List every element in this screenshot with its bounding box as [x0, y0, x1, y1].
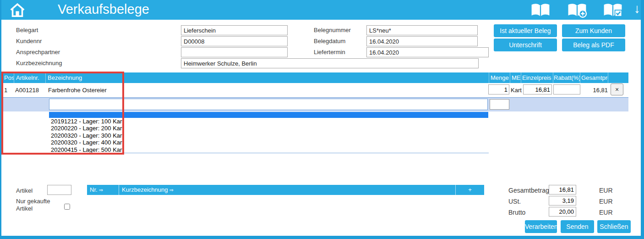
header-menge: Menge — [489, 72, 510, 83]
header-actions — [608, 72, 628, 83]
ansprechpartner-label: Ansprechpartner — [16, 49, 60, 56]
liefertermin-label: Liefertermin — [314, 49, 345, 56]
page-title: Verkaufsbelege — [58, 2, 149, 17]
belegart-label: Belegart — [16, 27, 38, 33]
senden-button[interactable]: Senden — [561, 220, 594, 233]
sort-icon: ⇒ — [169, 187, 173, 193]
brutto-value[interactable] — [549, 207, 576, 217]
brutto-currency: EUR — [599, 209, 613, 216]
schliessen-button[interactable]: Schließen — [597, 220, 631, 233]
dropdown-option[interactable]: 20200320 - Lager: 400 Kart — [49, 139, 124, 146]
ust-value[interactable] — [549, 196, 576, 206]
row-menge-input[interactable] — [488, 84, 509, 94]
ust-currency: EUR — [599, 198, 613, 205]
gesamtbetrag-value[interactable] — [549, 185, 576, 195]
row-bezeichnung: Farbenfrohe Ostereier — [48, 87, 107, 94]
topbar: Verkaufsbelege ↓ — [0, 0, 644, 20]
dropdown-option-selected-empty[interactable] — [49, 112, 488, 118]
dropdown-option[interactable]: 20200415 - Lager: 500 Kart — [49, 146, 124, 153]
kurzbezeichnung-label: Kurzbezeichnung — [16, 60, 62, 67]
row-rabatt-input[interactable] — [553, 84, 580, 94]
liefertermin-input[interactable] — [366, 47, 489, 57]
row-gesamtpreis: 16,81 — [580, 87, 608, 94]
row-pos: 1 — [4, 87, 7, 94]
verkaufsbelege-window: Verkaufsbelege ↓ Belegar — [0, 0, 644, 239]
header-me: ME — [510, 72, 521, 83]
open-document-book-icon[interactable] — [530, 2, 551, 18]
header-rabatt: Rabatt(%) — [553, 72, 580, 83]
download-arrow-icon[interactable]: ↓ — [634, 1, 640, 16]
artikel-label: Artikel — [16, 187, 33, 194]
header-bezeichnung: Bezeichnung — [46, 72, 489, 83]
article-results-header: Nr.⇒ Kurzbezeichnung⇒ + — [87, 185, 484, 195]
add-article-button[interactable]: + — [456, 185, 484, 195]
header-kurzbezeichnung-sortable[interactable]: Kurzbezeichnung⇒ — [119, 185, 456, 195]
artikel-search-input[interactable] — [47, 185, 71, 195]
home-icon[interactable] — [9, 2, 26, 18]
charge-dropdown-list: 20191212 - Lager: 100 Kart 20200220 - La… — [2, 111, 489, 153]
belegdatum-label: Belegdatum — [314, 38, 345, 44]
row-me: Kart — [511, 87, 522, 94]
belegart-input[interactable] — [181, 25, 288, 35]
new-document-book-plus-icon[interactable] — [567, 2, 587, 18]
new-item-menge-input[interactable] — [490, 99, 509, 110]
row-einzelpreis-input[interactable] — [523, 84, 552, 94]
header-nr-sortable[interactable]: Nr.⇒ — [87, 185, 119, 195]
header-artikelnr: Artikelnr. — [14, 72, 46, 83]
belegnummer-label: Belegnummer — [314, 27, 351, 33]
header-einzelpreis: Einzelpreis — [521, 72, 553, 83]
belegdatum-input[interactable] — [366, 36, 478, 46]
select-document-book-check-icon[interactable] — [603, 2, 623, 18]
nur-gekaufte-artikel-label: Nur gekaufte Artikel — [16, 198, 58, 212]
delete-row-button[interactable]: × — [611, 83, 623, 95]
kundennr-input[interactable] — [181, 36, 288, 46]
header-gesamtpreis: Gesamtpreis — [580, 72, 608, 83]
ist-aktueller-beleg-button[interactable]: Ist aktueller Beleg — [494, 24, 557, 37]
verarbeiten-button[interactable]: Verarbeiten — [525, 220, 557, 233]
gesamtbetrag-label: Gesamtbetrag — [508, 187, 549, 194]
items-table-header: Pos Artikelnr. Bezeichnung Menge ME Einz… — [2, 72, 628, 83]
dropdown-option[interactable]: 20200320 - Lager: 300 Kart — [49, 132, 124, 139]
gesamtbetrag-currency: EUR — [599, 187, 613, 194]
zum-kunden-button[interactable]: Zum Kunden — [562, 24, 625, 37]
ansprechpartner-input[interactable] — [181, 47, 288, 57]
nur-gekaufte-artikel-checkbox[interactable] — [64, 204, 70, 210]
ust-label: USt. — [508, 198, 521, 205]
belegnummer-input[interactable] — [366, 25, 478, 35]
header-pos: Pos — [2, 72, 14, 83]
sort-icon: ⇒ — [99, 187, 103, 193]
dropdown-options: 20191212 - Lager: 100 Kart 20200220 - La… — [49, 118, 124, 153]
new-item-bezeichnung-input[interactable] — [49, 99, 488, 110]
kurzbezeichnung-input[interactable] — [181, 58, 479, 68]
beleg-als-pdf-button[interactable]: Beleg als PDF — [562, 39, 625, 51]
brutto-label: Brutto — [508, 209, 525, 216]
row-artikelnr: A001218 — [15, 87, 39, 94]
dropdown-option[interactable]: 20200220 - Lager: 200 Kart — [49, 125, 124, 132]
kundennr-label: Kundennr — [16, 38, 42, 44]
kurzbezeichnung-header-label: Kurzbezeichnung — [122, 186, 168, 193]
nr-header-label: Nr. — [90, 186, 98, 193]
unterschrift-button[interactable]: Unterschrift — [494, 39, 557, 51]
dropdown-option[interactable]: 20191212 - Lager: 100 Kart — [49, 118, 124, 125]
